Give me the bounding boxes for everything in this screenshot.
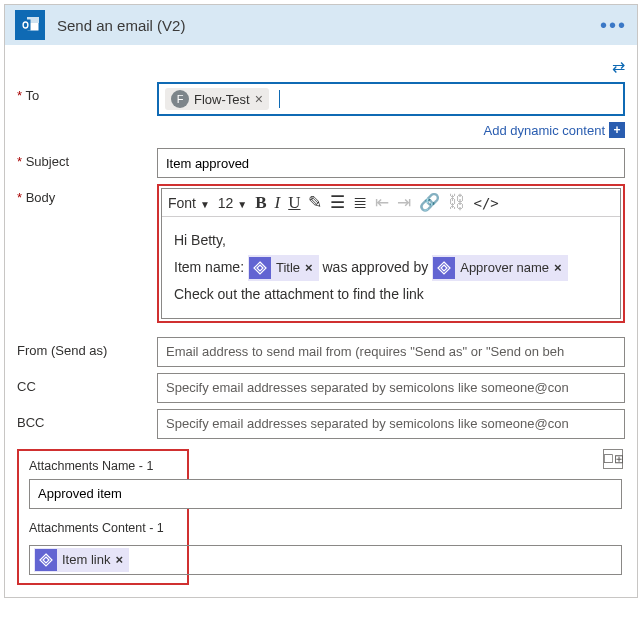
to-input[interactable]: F Flow-Test × (157, 82, 625, 116)
add-dynamic-content-link[interactable]: Add dynamic content + (484, 122, 625, 138)
pen-icon[interactable]: ✎ (308, 192, 322, 213)
from-input[interactable] (157, 337, 625, 367)
token-item-link-remove-icon[interactable]: × (115, 552, 123, 567)
row-cc: CC (17, 373, 625, 403)
bcc-input[interactable] (157, 409, 625, 439)
text-caret (279, 90, 280, 108)
code-view-button[interactable]: </> (473, 195, 498, 211)
token-approver[interactable]: Approver name × (432, 255, 567, 282)
action-card: Send an email (V2) ••• ⇄ To F Flow-Test … (4, 4, 638, 598)
token-title[interactable]: Title × (248, 255, 319, 282)
font-select[interactable]: Font ▼ (168, 195, 210, 211)
unlink-icon[interactable]: ⛓ (448, 193, 465, 213)
bold-button[interactable]: B (255, 193, 266, 213)
body-line-3: Check out the attachment to find the lin… (174, 281, 608, 308)
body-line-1: Hi Betty, (174, 227, 608, 254)
label-to: To (17, 82, 157, 116)
chip-label: Flow-Test (194, 92, 250, 107)
add-dynamic-label: Add dynamic content (484, 123, 605, 138)
token-item-link-icon (35, 549, 57, 571)
row-body: Body Font ▼ 12 ▼ B I U ✎ ☰ ≣ ⇤ (17, 184, 625, 323)
underline-button[interactable]: U (288, 193, 300, 213)
chip-avatar: F (171, 90, 189, 108)
svg-rect-2 (21, 20, 31, 31)
swap-icon[interactable]: ⇄ (612, 57, 625, 76)
attachment-content-label: Attachments Content - 1 (29, 521, 177, 535)
token-item-link[interactable]: Item link × (34, 548, 129, 572)
body-line-2: Item name: Title × was approved by (174, 254, 608, 282)
row-from: From (Send as) (17, 337, 625, 367)
rich-editor: Font ▼ 12 ▼ B I U ✎ ☰ ≣ ⇤ ⇥ 🔗 ⛓ (161, 188, 621, 319)
card-body: ⇄ To F Flow-Test × Add dynamic content + (5, 45, 637, 597)
token-approver-icon (433, 257, 455, 279)
label-from: From (Send as) (17, 337, 157, 367)
attachment-name-input[interactable] (29, 479, 622, 509)
body-highlight-box: Font ▼ 12 ▼ B I U ✎ ☰ ≣ ⇤ ⇥ 🔗 ⛓ (157, 184, 625, 323)
attachment-content-input[interactable]: Item link × (29, 545, 622, 575)
cc-input[interactable] (157, 373, 625, 403)
attachments-highlight-box: Attachments Name - 1 Attachments Content… (17, 449, 189, 585)
size-select[interactable]: 12 ▼ (218, 195, 247, 211)
token-approver-remove-icon[interactable]: × (554, 256, 562, 281)
token-title-icon (249, 257, 271, 279)
label-bcc: BCC (17, 409, 157, 439)
indent-icon[interactable]: ⇥ (397, 192, 411, 213)
attachment-name-label: Attachments Name - 1 (29, 459, 177, 473)
label-cc: CC (17, 373, 157, 403)
card-header: Send an email (V2) ••• (5, 5, 637, 45)
body-content[interactable]: Hi Betty, Item name: Title × (162, 217, 620, 318)
subject-input[interactable] (157, 148, 625, 178)
switch-array-mode-icon[interactable]: ☐⊞ (603, 449, 623, 469)
bullet-list-icon[interactable]: ☰ (330, 192, 345, 213)
row-bcc: BCC (17, 409, 625, 439)
plus-icon: + (609, 122, 625, 138)
label-body: Body (17, 184, 157, 323)
outlook-icon (15, 10, 45, 40)
link-icon[interactable]: 🔗 (419, 192, 440, 213)
to-chip[interactable]: F Flow-Test × (165, 88, 269, 110)
italic-button[interactable]: I (275, 193, 281, 213)
outdent-icon[interactable]: ⇤ (375, 192, 389, 213)
row-to: To F Flow-Test × (17, 82, 625, 116)
label-subject: Subject (17, 148, 157, 178)
chip-remove-icon[interactable]: × (255, 91, 263, 107)
card-menu-button[interactable]: ••• (600, 14, 627, 37)
token-title-remove-icon[interactable]: × (305, 256, 313, 281)
card-title: Send an email (V2) (57, 17, 185, 34)
numbered-list-icon[interactable]: ≣ (353, 192, 367, 213)
editor-toolbar: Font ▼ 12 ▼ B I U ✎ ☰ ≣ ⇤ ⇥ 🔗 ⛓ (162, 189, 620, 217)
row-subject: Subject (17, 148, 625, 178)
